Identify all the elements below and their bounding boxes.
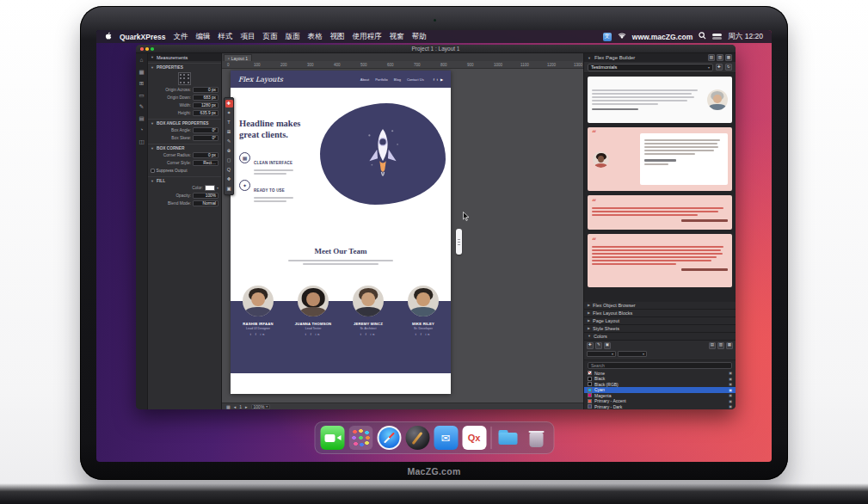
clock-palette-icon[interactable]: ◔ [140, 127, 144, 133]
spotlight-search-icon[interactable] [699, 32, 706, 41]
opacity-input[interactable]: 100% [193, 193, 219, 199]
refresh-blocks-icon[interactable]: ↻ [725, 64, 732, 71]
mail-dock-icon[interactable]: ✉ [434, 426, 458, 450]
list-view-icon[interactable]: ▥ [717, 54, 723, 61]
wifi-icon[interactable] [618, 33, 626, 41]
menu-edit[interactable]: 编辑 [195, 32, 210, 42]
menu-view[interactable]: 视图 [329, 32, 344, 42]
garageband-dock-icon[interactable] [405, 426, 429, 450]
apple-menu-icon[interactable] [105, 32, 112, 42]
menu-utilities[interactable]: 使用程序 [352, 32, 381, 42]
prev-page-button[interactable]: ◂ [234, 404, 237, 409]
properties-section-header[interactable]: PROPERTIES [148, 63, 221, 71]
layout-page[interactable]: Flex Layouts About Portfolio Blog Contac… [231, 71, 451, 394]
zoom-select[interactable]: 100%▾ [251, 404, 271, 409]
box-palette-icon[interactable]: ▭ [139, 93, 144, 99]
measurements-palette-header[interactable]: Measurements [148, 53, 221, 61]
menu-style[interactable]: 样式 [218, 32, 232, 42]
link-tool-icon[interactable]: ⊕ [225, 148, 233, 155]
testimonial-preview-4[interactable]: “ [588, 234, 732, 287]
origin-across-input[interactable]: 0 px [193, 87, 219, 93]
corner-style-select[interactable]: Rect… [193, 160, 219, 166]
pen-tool-icon[interactable]: ✎ [225, 138, 233, 145]
solid-view-icon[interactable]: ▤ [709, 342, 716, 349]
menu-table[interactable]: 表格 [307, 32, 322, 42]
shape-tool-icon[interactable]: ◻ [225, 157, 233, 164]
horizontal-ruler[interactable]: 0100200300400500600700800900100011001200… [222, 61, 583, 69]
add-item-tool-icon[interactable]: ✚ [225, 100, 233, 108]
next-page-button[interactable]: ▸ [245, 404, 248, 409]
menu-file[interactable]: 文件 [173, 32, 188, 42]
facetime-dock-icon[interactable] [320, 426, 344, 450]
height-input[interactable]: 635.9 px [193, 110, 219, 116]
builder-header[interactable]: Flex Page Builder ▤▥▦ [584, 53, 736, 62]
origin-down-input[interactable]: 683 px [193, 95, 219, 101]
blend-mode-select[interactable]: Normal [193, 200, 219, 206]
input-source-icon[interactable]: 文 [603, 33, 612, 41]
fill-type-select[interactable]: ▾ [587, 351, 616, 357]
testimonial-preview-2[interactable]: “ [588, 127, 732, 191]
colors-search-input[interactable]: Search [588, 362, 732, 369]
section-style-sheets[interactable]: Style Sheets [584, 325, 736, 333]
corner-radius-input[interactable]: 0 px [193, 152, 219, 158]
fill-color-swatch[interactable] [205, 185, 215, 191]
section-page-layout[interactable]: Page Layout [584, 317, 736, 325]
box-corner-section-header[interactable]: BOX CORNER [148, 144, 221, 151]
section-flex-layout-blocks[interactable]: Flex Layout Blocks [584, 310, 736, 317]
suppress-output-checkbox[interactable]: Suppress Output [148, 167, 221, 175]
measurements-palette-icon[interactable]: ⊞ [139, 81, 144, 87]
control-center-icon[interactable] [712, 34, 722, 40]
downloads-folder-dock-icon[interactable] [496, 426, 520, 450]
menu-bar-clock[interactable]: 周六 12:20 [728, 32, 763, 42]
menu-page[interactable]: 页面 [262, 32, 277, 42]
move-tool-icon[interactable]: ✥ [225, 176, 233, 183]
width-input[interactable]: 1280 px [193, 102, 219, 108]
menu-project[interactable]: 项目 [240, 32, 255, 42]
item-tool-icon[interactable]: ✦ [225, 110, 233, 117]
menu-app-name[interactable]: QuarkXPress [120, 33, 165, 41]
quarkxpress-dock-icon[interactable]: Qx [462, 426, 486, 450]
text-tool-icon[interactable]: T [225, 120, 233, 126]
safari-dock-icon[interactable] [377, 426, 401, 450]
menu-layout[interactable]: 版面 [285, 32, 299, 42]
thumb-view-icon[interactable]: ▦ [725, 54, 732, 61]
fill-section-header[interactable]: FILL [148, 176, 221, 184]
pages-icon[interactable]: ▦ [226, 404, 231, 409]
testimonial-preview-3[interactable]: “ [588, 195, 732, 230]
layout-tab[interactable]: ▫Layout 1 [224, 54, 252, 61]
edit-color-button[interactable]: ✎ [595, 342, 602, 349]
edit-palette-icon[interactable]: ✎ [139, 104, 144, 110]
table-tool-icon[interactable]: ▣ [225, 186, 233, 193]
home-palette-icon[interactable]: ⌂ [140, 58, 144, 64]
color-type-icon: ▣ [729, 404, 732, 409]
menu-window[interactable]: 视窗 [389, 32, 403, 42]
pasteboard-canvas[interactable]: ✚ ✦ T ⊞ ✎ ⊕ ◻ Q ✥ ▣ [222, 69, 583, 403]
duplicate-color-button[interactable]: ▣ [604, 342, 611, 349]
trash-dock-icon[interactable] [524, 426, 548, 450]
launchpad-dock-icon[interactable] [348, 426, 372, 450]
zoom-tool-icon[interactable]: Q [225, 167, 233, 174]
menu-help[interactable]: 帮助 [411, 32, 426, 42]
box-angle-section-header[interactable]: BOX ANGLE PROPERTIES [148, 119, 221, 126]
box-skew-input[interactable]: 0° [193, 135, 219, 141]
box-angle-input[interactable]: 0° [193, 127, 219, 133]
splitter-handle[interactable] [456, 229, 462, 255]
window-title-bar[interactable]: Project 1 : Layout 1 [136, 45, 736, 53]
box-tool-icon[interactable]: ⊞ [225, 129, 233, 136]
grid-palette-icon[interactable]: ▦ [139, 70, 144, 76]
grid-view-icon[interactable]: ▤ [708, 54, 715, 61]
color-row-primary-dark[interactable]: Primary - Dark▣ [584, 404, 736, 410]
shade-select[interactable]: ▾ [618, 351, 647, 357]
anchor-point-grid[interactable] [178, 72, 191, 85]
list-palette-icon[interactable]: ▤ [139, 116, 144, 122]
section-colors[interactable]: Colors [584, 333, 736, 341]
add-color-button[interactable]: ✚ [587, 342, 594, 349]
traffic-lights[interactable] [140, 47, 154, 51]
block-type-select[interactable]: Testimonials▾ [588, 64, 713, 71]
section-flex-object-browser[interactable]: Flex Object Browser [584, 302, 736, 310]
all-view-icon[interactable]: ▦ [726, 342, 733, 349]
pages-palette-icon[interactable]: ◫ [139, 139, 144, 145]
insert-block-icon[interactable]: ✚ [716, 64, 723, 71]
testimonial-preview-1[interactable] [588, 77, 732, 123]
gradient-view-icon[interactable]: ▥ [717, 342, 724, 349]
